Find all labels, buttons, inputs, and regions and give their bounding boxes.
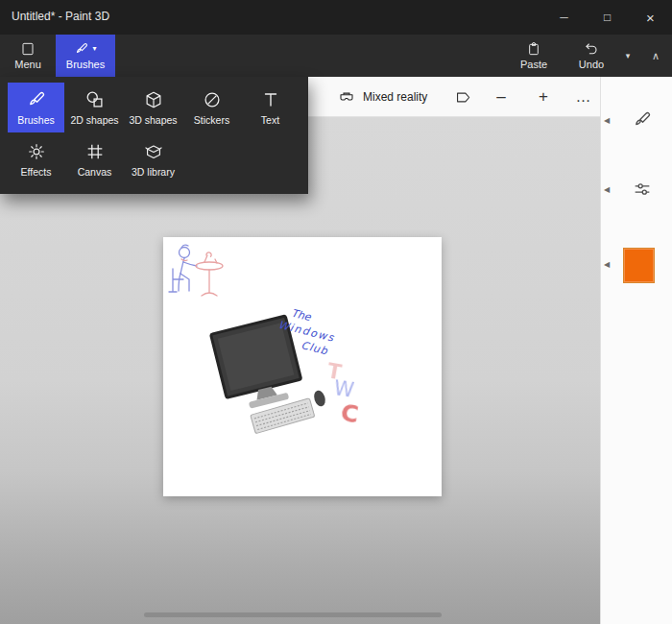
flyout-item-label: 3D shapes (129, 114, 177, 126)
paste-icon (526, 41, 541, 57)
tools-flyout: Brushes 2D shapes 3D shapes (0, 77, 308, 194)
flyout-item-label: Text (261, 114, 279, 126)
zoom-in-button[interactable]: + (530, 84, 557, 110)
drawing-canvas[interactable]: The Windows Club T W C (163, 237, 442, 496)
brushes-toolbar-button[interactable]: ▾ Brushes (56, 35, 115, 77)
canvas-icon (84, 141, 106, 162)
flyout-item-effects[interactable]: Effects (8, 134, 64, 184)
stickers-icon (202, 89, 223, 110)
flyout-item-2d-shapes[interactable]: 2D shapes (66, 83, 123, 132)
chevron-down-icon: ▾ (92, 45, 96, 53)
mixed-reality-button[interactable]: Mixed reality (332, 77, 433, 117)
sliders-icon (632, 179, 653, 200)
mouse-drawing (312, 389, 327, 408)
window-controls: ─ □ × (542, 0, 672, 35)
mixed-reality-icon (338, 88, 355, 106)
flyout-item-stickers[interactable]: Stickers (183, 83, 240, 132)
minimize-button[interactable]: ─ (542, 0, 586, 35)
flyout-item-label: 3D library (132, 166, 175, 178)
3d-view-button[interactable] (449, 84, 476, 110)
brush-icon (632, 109, 653, 131)
menu-label: Menu (14, 59, 41, 70)
paste-button[interactable]: Paste (509, 35, 559, 77)
person-sketch (169, 245, 197, 292)
horizontal-scrollbar (0, 612, 600, 618)
menu-button[interactable]: Menu (2, 35, 54, 77)
settings-panel-expander[interactable]: ◀ (602, 182, 612, 196)
flyout-item-label: Canvas (78, 166, 112, 178)
main-toolbar: Menu ▾ Brushes Paste (0, 35, 672, 77)
mixed-reality-label: Mixed reality (363, 90, 427, 104)
active-color-swatch[interactable] (623, 248, 655, 283)
flyout-item-label: 2D shapes (70, 114, 118, 126)
canvas-artwork: The Windows Club T W C (163, 237, 442, 496)
text-icon (260, 89, 281, 110)
maximize-button[interactable]: □ (586, 0, 629, 35)
more-options-button[interactable]: … (570, 84, 597, 110)
flyout-item-brushes[interactable]: Brushes (8, 83, 64, 132)
3d-view-flag-icon (454, 88, 472, 107)
table-sketch (181, 252, 223, 296)
flyout-item-canvas[interactable]: Canvas (66, 134, 123, 184)
brush-panel-expander[interactable]: ◀ (602, 113, 612, 127)
3d-shapes-icon (143, 89, 164, 110)
undo-button[interactable]: Undo (566, 35, 616, 77)
right-sidebar: ◀ ◀ ◀ (600, 77, 672, 624)
brush-icon (26, 89, 47, 110)
brushes-label: Brushes (66, 59, 105, 70)
paste-label: Paste (520, 59, 547, 70)
collapse-ribbon-button[interactable]: ∧ (641, 35, 670, 77)
horizontal-scrollbar-thumb[interactable] (144, 612, 442, 617)
flyout-item-3d-shapes[interactable]: 3D shapes (125, 83, 181, 132)
window-title: Untitled* - Paint 3D (12, 10, 109, 23)
flyout-item-text[interactable]: Text (242, 83, 299, 132)
sidebar-brush-settings-button[interactable] (630, 177, 655, 202)
undo-icon (584, 41, 599, 57)
flyout-item-label: Brushes (17, 114, 55, 126)
brush-icon (74, 41, 89, 57)
flyout-item-label: Stickers (194, 114, 229, 126)
letter-c-airbrush: C (339, 398, 360, 428)
toolbar-dropdown-caret[interactable]: ▾ (616, 35, 639, 77)
menu-icon (20, 41, 36, 57)
close-button[interactable]: × (629, 0, 672, 35)
flyout-item-3d-library[interactable]: 3D library (125, 134, 181, 184)
effects-icon (26, 141, 47, 162)
undo-label: Undo (579, 59, 604, 70)
window-titlebar[interactable]: Untitled* - Paint 3D ─ □ × (0, 0, 672, 35)
3d-library-icon (143, 141, 164, 162)
sidebar-brush-button[interactable] (630, 108, 655, 132)
flyout-item-label: Effects (21, 166, 52, 178)
color-panel-expander[interactable]: ◀ (602, 257, 612, 271)
zoom-out-button[interactable]: – (488, 84, 515, 110)
2d-shapes-icon (84, 89, 106, 110)
